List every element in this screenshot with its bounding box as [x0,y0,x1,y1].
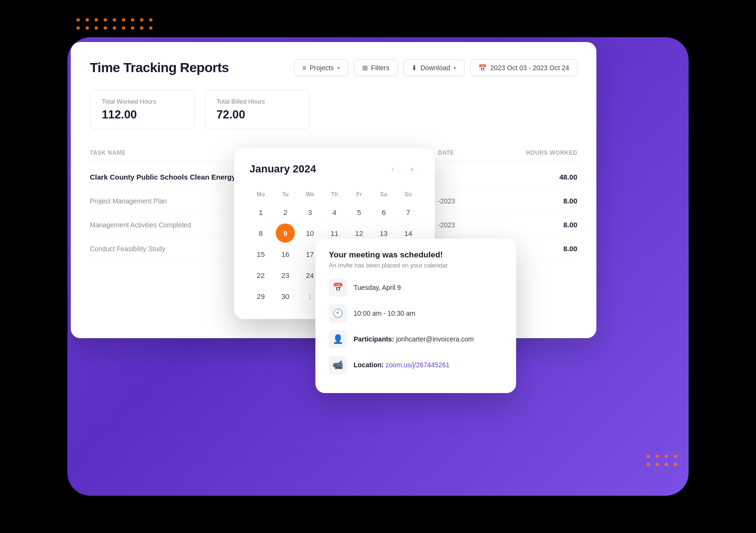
cal-day[interactable]: 23 [276,266,295,285]
chevron-down-icon-dl: ▾ [454,65,456,71]
billed-hours-label: Total Billed Hours [216,98,298,105]
filters-button[interactable]: ⊞ Filters [354,59,398,76]
stats-row: Total Worked Hours 112.00 Total Billed H… [90,90,577,129]
total-billed-hours-card: Total Billed Hours 72.00 [205,90,310,129]
person-icon: 👤 [329,330,347,348]
cal-day[interactable]: 2 [276,203,295,222]
cal-day[interactable]: 3 [301,203,320,222]
meeting-participants-text: Participants: jonhcarter@invoicera.com [354,335,474,343]
total-worked-hours-card: Total Worked Hours 112.00 [90,90,195,129]
calendar-nav: ‹ › [385,161,420,177]
cal-day[interactable]: 1 [251,203,270,222]
meeting-participants-detail: 👤 Participants: jonhcarter@invoicera.com [329,330,503,348]
meeting-subtitle: An invite has been placed on your calend… [329,262,503,269]
cal-day-selected[interactable]: 9 [276,224,295,243]
cal-day[interactable]: 8 [251,224,270,243]
cal-day[interactable]: 5 [349,203,368,222]
chevron-down-icon: ▾ [337,65,340,71]
cal-day[interactable]: 29 [251,287,270,306]
calendar-month-year: January 2024 [249,163,316,175]
download-icon: ⬇ [411,64,417,72]
meeting-time-detail: 🕙 10:00 am - 10:30 am [329,304,503,322]
card-header: Time Tracking Reports ≡ Projects ▾ ⊞ Fil… [90,59,577,76]
cal-day-header-tu: Tu [274,188,296,201]
cal-day-header-th: Th [323,188,346,201]
calendar-header: January 2024 ‹ › [249,161,420,177]
worked-hours-label: Total Worked Hours [102,98,183,105]
video-icon: 📹 [329,356,347,374]
meeting-time-text: 10:00 am - 10:30 am [354,309,415,317]
col-date: DATE [438,149,508,156]
cal-day[interactable]: 16 [276,245,295,264]
meeting-card: Your meeting was scheduled! An invite ha… [315,239,516,393]
calendar-prev-button[interactable]: ‹ [385,161,400,177]
cal-day[interactable]: 22 [251,266,270,285]
cal-day-header-mo: Mo [249,188,272,201]
projects-button[interactable]: ≡ Projects ▾ [294,59,348,76]
clock-icon: 🕙 [329,304,347,322]
cal-day[interactable]: 7 [399,203,418,222]
cal-day-header-fr: Fr [348,188,370,201]
header-controls: ≡ Projects ▾ ⊞ Filters ⬇ Download ▾ 📅 20… [294,59,577,76]
funnel-icon: ⊞ [362,64,368,72]
col-hours-worked: HOURS WORKED [508,149,577,156]
calendar-next-button[interactable]: › [404,161,420,177]
calendar-icon: 📅 [329,278,347,297]
billed-hours-value: 72.00 [216,108,298,121]
meeting-location-text: Location: zoom.us/j/267445261 [354,361,450,369]
calendar-icon: 📅 [478,64,486,72]
worked-hours-value: 112.00 [102,108,183,121]
meeting-date-detail: 📅 Tuesday, April 9 [329,278,503,297]
date-val: -2023 [438,197,508,205]
hours-val: 48.00 [508,173,577,181]
hours-val: 8.00 [508,221,577,229]
cal-day-header-su: Su [397,188,420,201]
hours-val: 8.00 [508,197,577,205]
zoom-link[interactable]: zoom.us/j/267445261 [386,361,450,369]
meeting-date-text: Tuesday, April 9 [354,284,401,291]
filter-icon: ≡ [302,64,306,72]
cal-day[interactable]: 10 [301,224,320,243]
cal-day[interactable]: 4 [325,203,344,222]
dots-bottom-right [647,455,677,471]
hours-val: 8.00 [508,245,577,253]
dots-top-left [76,18,152,34]
cal-day[interactable]: 6 [374,203,393,222]
meeting-location-detail: 📹 Location: zoom.us/j/267445261 [329,356,503,374]
download-button[interactable]: ⬇ Download ▾ [403,59,464,76]
cal-day[interactable]: 15 [251,245,270,264]
cal-day-header-sa: Sa [372,188,395,201]
date-range-button[interactable]: 📅 2023 Oct 03 - 2023 Oct 24 [470,59,577,76]
date-val: -2023 [438,221,508,229]
page-title: Time Tracking Reports [90,60,229,75]
meeting-title: Your meeting was scheduled! [329,250,503,260]
cal-day[interactable]: 30 [276,287,295,306]
cal-day-header-we: We [299,188,321,201]
